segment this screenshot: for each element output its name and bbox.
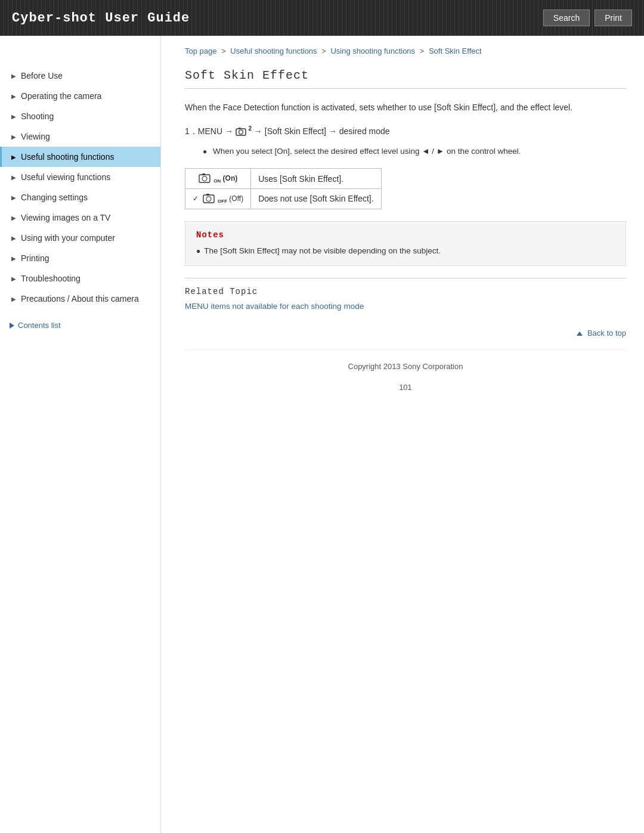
sidebar-item-changing-settings[interactable]: ▶ Changing settings	[0, 187, 160, 208]
sidebar-item-computer[interactable]: ▶ Using with your computer	[0, 228, 160, 248]
chevron-right-icon: ▶	[11, 93, 16, 100]
chevron-right-icon: ▶	[11, 275, 16, 282]
chevron-right-icon: ▶	[11, 154, 16, 160]
sidebar-item-useful-shooting[interactable]: ▶ Useful shooting functions	[0, 147, 160, 167]
footer: Copyright 2013 Sony Corporation	[185, 349, 626, 377]
svg-point-7	[206, 196, 211, 201]
desc-on-text: Uses [Soft Skin Effect].	[258, 174, 343, 184]
chevron-right-icon: ▶	[11, 235, 16, 241]
breadcrumb-current: Soft Skin Effect	[429, 47, 482, 55]
back-to-top-link[interactable]: Back to top	[577, 329, 626, 337]
sidebar-item-viewing-tv[interactable]: ▶ Viewing images on a TV	[0, 208, 160, 228]
chevron-right-icon: ▶	[11, 113, 16, 120]
sidebar-item-operating[interactable]: ▶ Operating the camera	[0, 86, 160, 106]
notes-title: Notes	[196, 230, 615, 240]
sidebar-item-label: Useful shooting functions	[21, 152, 114, 162]
breadcrumb-sep-1: >	[221, 47, 228, 55]
skin-on-icon	[199, 174, 212, 184]
sidebar-item-viewing[interactable]: ▶ Viewing	[0, 126, 160, 147]
skin-off-icon	[203, 194, 216, 205]
layout: ▶ Before Use ▶ Operating the camera ▶ Sh…	[0, 36, 644, 833]
breadcrumb-toppage[interactable]: Top page	[185, 47, 217, 55]
related-topic-title: Related Topic	[185, 287, 626, 296]
page-number: 101	[185, 377, 626, 398]
sidebar-item-precautions[interactable]: ▶ Precautions / About this camera	[0, 289, 160, 309]
site-title: Cyber-shot User Guide	[12, 11, 190, 26]
notes-item-1: The [Soft Skin Effect] may not be visibl…	[196, 244, 615, 258]
chevron-right-icon: ▶	[11, 296, 16, 302]
svg-rect-2	[239, 128, 241, 129]
sidebar-item-before-use[interactable]: ▶ Before Use	[0, 66, 160, 86]
sidebar: ▶ Before Use ▶ Operating the camera ▶ Sh…	[0, 36, 161, 833]
page-description: When the Face Detection function is acti…	[185, 101, 626, 114]
breadcrumb: Top page > Useful shooting functions > U…	[185, 36, 626, 65]
chevron-right-icon: ▶	[11, 255, 16, 262]
table-row: ✓ OFF (Off) Does not use [Soft Skin Effe…	[185, 188, 382, 209]
sidebar-item-printing[interactable]: ▶ Printing	[0, 248, 160, 268]
contents-link-label: Contents list	[18, 321, 61, 330]
breadcrumb-using-shooting[interactable]: Using shooting functions	[330, 47, 415, 55]
sidebar-item-label: Viewing images on a TV	[21, 213, 110, 222]
sidebar-item-useful-viewing[interactable]: ▶ Useful viewing functions	[0, 167, 160, 187]
main-content: Top page > Useful shooting functions > U…	[161, 36, 644, 833]
effect-table: ON (On) Uses [Soft Skin Effect]. ✓	[185, 168, 382, 209]
table-row: ON (On) Uses [Soft Skin Effect].	[185, 169, 382, 189]
sidebar-item-label: Troubleshooting	[21, 274, 80, 283]
chevron-right-icon: ▶	[11, 194, 16, 201]
print-button[interactable]: Print	[595, 10, 632, 26]
svg-rect-5	[202, 174, 205, 175]
desc-cell-on: Uses [Soft Skin Effect].	[251, 169, 382, 189]
step-1: 1．MENU → 2 → [Soft Skin Effect] → desire…	[185, 123, 626, 138]
svg-rect-8	[206, 194, 209, 196]
icon-cell-on: ON (On)	[185, 169, 251, 189]
arrow-right-icon	[10, 323, 14, 329]
copyright-text: Copyright 2013 Sony Corporation	[348, 362, 463, 371]
sidebar-item-troubleshooting[interactable]: ▶ Troubleshooting	[0, 268, 160, 289]
chevron-right-icon: ▶	[11, 215, 16, 221]
sidebar-item-label: Before Use	[21, 71, 63, 80]
desc-off-text: Does not use [Soft Skin Effect].	[258, 194, 374, 203]
desc-cell-off: Does not use [Soft Skin Effect].	[251, 188, 382, 209]
header-buttons: Search Print	[543, 10, 632, 26]
sidebar-item-shooting[interactable]: ▶ Shooting	[0, 106, 160, 126]
svg-point-1	[239, 130, 243, 134]
back-to-top: Back to top	[185, 329, 626, 337]
icon-off: ✓ OFF (Off)	[193, 194, 243, 203]
sidebar-item-label: Viewing	[21, 132, 50, 141]
chevron-right-icon: ▶	[11, 73, 16, 79]
sidebar-item-label: Shooting	[21, 112, 54, 121]
back-to-top-label: Back to top	[587, 329, 626, 337]
icon-on: ON (On)	[199, 174, 237, 182]
related-topic-link[interactable]: MENU items not available for each shooti…	[185, 302, 364, 311]
sidebar-item-label: Printing	[21, 253, 49, 263]
triangle-up-icon	[577, 332, 583, 336]
contents-list-link[interactable]: Contents list	[0, 315, 160, 336]
sidebar-item-label: Precautions / About this camera	[21, 294, 139, 304]
breadcrumb-sep-2: >	[321, 47, 328, 55]
step-1-text: 1．MENU → 2 → [Soft Skin Effect] → desire…	[185, 126, 390, 136]
search-button[interactable]: Search	[543, 10, 590, 26]
notes-box: Notes The [Soft Skin Effect] may not be …	[185, 221, 626, 267]
chevron-right-icon: ▶	[11, 174, 16, 181]
breadcrumb-sep-3: >	[420, 47, 426, 55]
step-1-note: When you select [On], select the desired…	[203, 145, 626, 158]
sidebar-item-label: Operating the camera	[21, 91, 101, 101]
camera-icon	[236, 127, 246, 137]
related-topic-section: Related Topic MENU items not available f…	[185, 278, 626, 311]
icon-cell-off: ✓ OFF (Off)	[185, 188, 251, 209]
svg-point-4	[202, 176, 207, 181]
sidebar-item-label: Changing settings	[21, 193, 88, 202]
header: Cyber-shot User Guide Search Print	[0, 0, 644, 36]
sidebar-item-label: Useful viewing functions	[21, 172, 110, 182]
chevron-right-icon: ▶	[11, 134, 16, 140]
breadcrumb-useful-shooting[interactable]: Useful shooting functions	[230, 47, 317, 55]
page-title: Soft Skin Effect	[185, 69, 626, 89]
sidebar-item-label: Using with your computer	[21, 233, 115, 243]
